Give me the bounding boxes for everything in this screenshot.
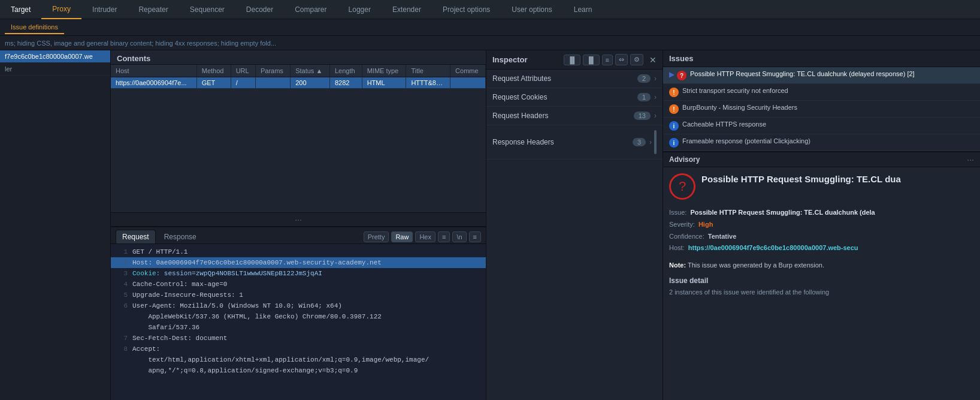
- req-line-8b: text/html,application/xhtml+xml,applicat…: [111, 354, 486, 365]
- advisory-header: Advisory ···: [663, 152, 980, 167]
- cell-params: [255, 77, 290, 89]
- issue-icon-3: i: [669, 121, 679, 131]
- inspector-btn-lines[interactable]: ≡: [602, 55, 613, 65]
- col-title[interactable]: Title: [406, 65, 450, 77]
- inspector-btn-split[interactable]: ⇔: [615, 54, 628, 65]
- inspector-request-attributes[interactable]: Request Attributes 2 ›: [486, 70, 663, 88]
- tab-request[interactable]: Request: [116, 230, 156, 243]
- advisory-issue-detail: Issue detail: [669, 276, 974, 285]
- inspector-btn-cols[interactable]: ▐▌: [564, 55, 580, 65]
- cell-mime-type: HTML: [362, 77, 406, 89]
- req-line-8c: apng,*/*;q=0.8,application/signed-exchan…: [111, 365, 486, 376]
- inspector-request-cookies[interactable]: Request Cookies 1 ›: [486, 88, 663, 107]
- issues-list: ▶ ? Possible HTTP Request Smuggling: TE.…: [663, 67, 980, 152]
- inspector-close-btn[interactable]: ✕: [649, 55, 657, 65]
- inspector-response-headers[interactable]: Response Headers 3 ›: [486, 125, 663, 160]
- filter-bar: ms; hiding CSS, image and general binary…: [0, 36, 980, 50]
- advisory-title-row: ? Possible HTTP Request Smuggling: TE.CL…: [669, 173, 974, 200]
- inspector-scroll-indicator: [654, 130, 657, 154]
- cell-title: HTTT&8…: [406, 77, 450, 89]
- nav-target[interactable]: Target: [0, 0, 41, 19]
- req-line-2: 2 Host: 0ae0006904f7e9c6c0be1c80000a0007…: [111, 257, 486, 268]
- col-length[interactable]: Length: [329, 65, 362, 77]
- meta-confidence-val: Tentative: [708, 233, 736, 240]
- main-layout: f7e9c6c0be1c80000a0007.we ler Contents H…: [0, 50, 980, 400]
- btn-list[interactable]: ≡: [469, 231, 481, 242]
- col-method[interactable]: Method: [196, 65, 231, 77]
- req-line-7: 7 Sec-Fetch-Dest: document: [111, 333, 486, 344]
- nav-user-options[interactable]: User options: [501, 0, 562, 19]
- nav-proxy[interactable]: Proxy: [41, 0, 81, 19]
- advisory-desc: 2 instances of this issue were identifie…: [669, 287, 974, 297]
- contents-more: ···: [111, 212, 486, 226]
- meta-issue-val: Possible HTTP Request Smuggling: TE.CL d…: [690, 209, 875, 216]
- cell-method: GET: [196, 77, 231, 89]
- inspector-tools: ▐▌ ▐▌ ≡ ⇔ ⚙ ✕: [564, 54, 657, 65]
- meta-confidence-label: Confidence:: [669, 233, 704, 240]
- col-status[interactable]: Status ▲: [291, 65, 330, 77]
- advisory-more[interactable]: ···: [967, 155, 974, 164]
- issue-icon-0: ?: [677, 71, 686, 80]
- req-line-1: 1 GET / HTTP/1.1: [111, 246, 486, 257]
- advisory-icon: ?: [669, 173, 695, 200]
- contents-table: Host Method URL Params Status ▲ Length M…: [111, 65, 486, 89]
- req-line-4: 4 Cache-Control: max-age=0: [111, 279, 486, 290]
- meta-host-val: https://0ae0006904f7e9c6c0be1c80000a0007…: [688, 244, 858, 251]
- req-line-6: 6 User-Agent: Mozilla/5.0 (Windows NT 10…: [111, 300, 486, 311]
- issue-item-0[interactable]: ▶ ? Possible HTTP Request Smuggling: TE.…: [663, 67, 980, 84]
- contents-header: Contents: [111, 50, 486, 65]
- col-params[interactable]: Params: [255, 65, 290, 77]
- tab-response[interactable]: Response: [158, 230, 202, 243]
- cell-url: /: [231, 77, 255, 89]
- issue-text-4: Frameable response (potential Clickjacki…: [682, 137, 974, 145]
- sidebar-item-second[interactable]: ler: [0, 63, 110, 76]
- btn-raw[interactable]: Raw: [391, 231, 413, 242]
- inspector-panel: Inspector ▐▌ ▐▌ ≡ ⇔ ⚙ ✕ Request Attribut…: [486, 50, 663, 400]
- issue-item-3[interactable]: i Cacheable HTTPS response: [663, 118, 980, 134]
- inspector-btn-grid[interactable]: ▐▌: [583, 55, 600, 65]
- nav-project-options[interactable]: Project options: [432, 0, 501, 19]
- nav-learn[interactable]: Learn: [563, 0, 603, 19]
- cell-comment: [450, 77, 486, 89]
- advisory-title: Possible HTTP Request Smuggling: TE.CL d…: [701, 173, 901, 185]
- nav-decoder[interactable]: Decoder: [235, 0, 284, 19]
- issue-item-1[interactable]: ! Strict transport security not enforced: [663, 84, 980, 101]
- nav-comparer[interactable]: Comparer: [284, 0, 337, 19]
- btn-pretty[interactable]: Pretty: [364, 231, 389, 242]
- meta-severity-val: High: [698, 221, 713, 228]
- nav-repeater[interactable]: Repeater: [128, 0, 179, 19]
- sidebar-item-host[interactable]: f7e9c6c0be1c80000a0007.we: [0, 50, 110, 63]
- issue-icon-2: !: [669, 104, 679, 114]
- nav-sequencer[interactable]: Sequencer: [179, 0, 235, 19]
- col-url[interactable]: URL: [231, 65, 255, 77]
- sub-nav-issue-definitions[interactable]: Issue definitions: [5, 21, 64, 34]
- filter-text: ms; hiding CSS, image and general binary…: [5, 40, 276, 47]
- issue-item-4[interactable]: i Frameable response (potential Clickjac…: [663, 134, 980, 151]
- inspector-btn-gear[interactable]: ⚙: [630, 54, 643, 65]
- nav-intruder[interactable]: Intruder: [81, 0, 128, 19]
- col-comment[interactable]: Comme: [450, 65, 486, 77]
- note-text: This issue was generated by a Burp exten…: [688, 261, 824, 269]
- inspector-request-headers[interactable]: Request Headers 13 ›: [486, 107, 663, 125]
- right-panel: Issues ▶ ? Possible HTTP Request Smuggli…: [663, 50, 980, 400]
- sub-nav: Issue definitions: [0, 19, 980, 36]
- req-content[interactable]: 1 GET / HTTP/1.1 2 Host: 0ae0006904f7e9c…: [111, 244, 486, 400]
- advisory-meta: Issue: Possible HTTP Request Smuggling: …: [669, 207, 974, 254]
- contents-table-wrapper[interactable]: Host Method URL Params Status ▲ Length M…: [111, 65, 486, 212]
- btn-wrap[interactable]: ≡: [438, 231, 450, 242]
- req-line-5: 5 Upgrade-Insecure-Requests: 1: [111, 290, 486, 300]
- meta-host-label: Host:: [669, 244, 685, 251]
- top-nav: Target Proxy Intruder Repeater Sequencer…: [0, 0, 980, 19]
- issue-text-1: Strict transport security not enforced: [682, 87, 974, 94]
- col-host[interactable]: Host: [111, 65, 196, 77]
- advisory-content[interactable]: ? Possible HTTP Request Smuggling: TE.CL…: [663, 167, 980, 400]
- nav-logger[interactable]: Logger: [338, 0, 382, 19]
- issues-header: Issues: [663, 50, 980, 67]
- nav-extender[interactable]: Extender: [382, 0, 432, 19]
- btn-newline[interactable]: \n: [452, 231, 466, 242]
- request-panel: Request Response Pretty Raw Hex ≡ \n ≡ 1…: [111, 226, 486, 400]
- col-mime-type[interactable]: MIME type: [362, 65, 406, 77]
- btn-hex[interactable]: Hex: [415, 231, 435, 242]
- table-row[interactable]: https://0ae0006904f7e... GET / 200 8282 …: [111, 77, 486, 89]
- issue-item-2[interactable]: ! BurpBounty - Missing Security Headers: [663, 101, 980, 118]
